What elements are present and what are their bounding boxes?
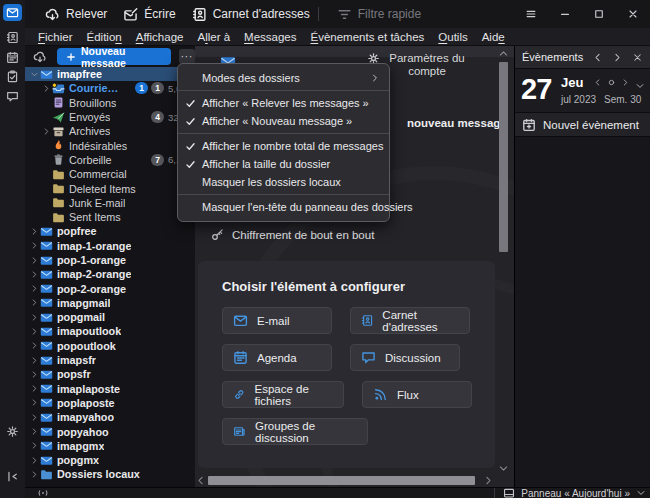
menu-fichier[interactable]: Fichier xyxy=(31,30,80,44)
configure-flux-button[interactable]: Flux xyxy=(362,381,472,408)
folder-row-imapyahoo[interactable]: imapyahoo xyxy=(25,410,195,424)
check-icon xyxy=(185,141,196,152)
chevron-right-icon xyxy=(30,456,39,465)
folder-row-imapgmail[interactable]: imapgmail xyxy=(25,296,195,310)
events-next-button[interactable] xyxy=(612,52,623,63)
chevron-right-icon xyxy=(621,78,630,87)
folder-row-commercial[interactable]: Commercial xyxy=(25,167,195,181)
menu-item-modes-des-dossiers[interactable]: Modes des dossiers xyxy=(178,69,389,87)
end-to-end-encryption-link[interactable]: Chiffrement de bout en bout xyxy=(211,228,374,241)
folder-row-corbeille[interactable]: Corbeille76,1 xyxy=(25,153,195,167)
minimonth-expand-button[interactable] xyxy=(635,81,645,91)
chevron-right-icon xyxy=(30,270,39,279)
folder-row-popyahoo[interactable]: popyahoo xyxy=(25,424,195,438)
folder-row-imapfree[interactable]: imapfree xyxy=(25,67,195,81)
space-address-book-button[interactable] xyxy=(3,29,22,46)
menu-affichage[interactable]: Affichage xyxy=(129,30,191,44)
gear-icon xyxy=(6,425,19,438)
events-prev-button[interactable] xyxy=(592,52,603,63)
space-calendar-button[interactable] xyxy=(3,49,22,66)
folder-name: Dossiers locaux xyxy=(57,468,140,480)
menu-item-afficher-nouveau-message-[interactable]: Afficher « Nouveau message » xyxy=(178,112,389,130)
configure-carnet-d-adresses-button[interactable]: Carnet d'adresses xyxy=(350,307,470,334)
folder-row-imapsfr[interactable]: imapsfr xyxy=(25,353,195,367)
new-message-link-fragment[interactable]: nouveau message xyxy=(407,117,507,129)
folder-row-imapgmx[interactable]: imapgmx xyxy=(25,439,195,453)
folder-row-popfree[interactable]: popfree xyxy=(25,224,195,238)
minimize-button[interactable] xyxy=(548,1,582,27)
menu-messages[interactable]: Messages xyxy=(237,30,303,44)
folder-row-envoy-s[interactable]: Envoyés432,5 xyxy=(25,110,195,124)
account-mail-icon xyxy=(40,454,53,467)
menu--v-nements-et-t-ches[interactable]: Évènements et tâches xyxy=(304,30,432,44)
folder-row-archives[interactable]: Archives xyxy=(25,124,195,138)
folder-row-imap-2-orange[interactable]: imap-2-orange xyxy=(25,267,195,281)
configure-e-mail-button[interactable]: E-mail xyxy=(222,307,332,334)
folder-row-popgmx[interactable]: popgmx xyxy=(25,453,195,467)
network-status-icon xyxy=(37,487,49,498)
menu-item-afficher-le-nombre-total-de-messages[interactable]: Afficher le nombre total de messages xyxy=(178,137,389,155)
configure-groupes-de-discussion-button[interactable]: Groupes de discussion xyxy=(222,418,368,445)
app-menu-icon xyxy=(525,8,537,20)
write-icon xyxy=(123,7,138,22)
new-event-button[interactable]: Nouvel évènement xyxy=(515,113,650,137)
folder-pane-options-button[interactable]: ··· xyxy=(179,49,195,64)
prev-day-button[interactable] xyxy=(593,78,602,87)
folder-row-popgmail[interactable]: popgmail xyxy=(25,310,195,324)
menu-item-afficher-la-taille-du-dossier[interactable]: Afficher la taille du dossier xyxy=(178,155,389,173)
unread-count-badge: 1 xyxy=(135,82,148,94)
rss-icon xyxy=(373,387,388,402)
app-menu-button[interactable] xyxy=(514,1,548,27)
menu-item-afficher-relever-les-messages-[interactable]: Afficher « Relever les messages » xyxy=(178,94,389,112)
next-day-button[interactable] xyxy=(621,78,630,87)
folder-row-imapoutlook[interactable]: imapoutlook xyxy=(25,324,195,338)
folder-row-imaplaposte[interactable]: imaplaposte xyxy=(25,382,195,396)
close-icon xyxy=(627,8,639,20)
calendar-plus-icon xyxy=(522,118,536,132)
events-close-button[interactable] xyxy=(632,52,643,63)
menu-item-masquer-les-dossiers-locaux[interactable]: Masquer les dossiers locaux xyxy=(178,173,389,191)
folder-row-junk-e-mail[interactable]: Junk E-mail xyxy=(25,196,195,210)
vertical-scrollbar[interactable] xyxy=(497,48,510,474)
folder-row-pop-1-orange[interactable]: pop-1-orange xyxy=(25,253,195,267)
folder-row-popoutlook[interactable]: popoutlook xyxy=(25,339,195,353)
folder-row-pop-2-orange[interactable]: pop-2-orange xyxy=(25,281,195,295)
menu--dition[interactable]: Édition xyxy=(80,30,129,44)
get-messages-button[interactable]: Relever xyxy=(37,3,115,26)
today-pane-toggle[interactable]: Panneau « Aujourd'hui » xyxy=(494,488,650,498)
horizontal-scrollbar[interactable] xyxy=(195,474,496,487)
scrollbar-thumb[interactable] xyxy=(499,62,508,252)
folder-row-dossiers-locaux[interactable]: Dossiers locaux xyxy=(25,467,195,481)
folder-row-deleted-items[interactable]: Deleted Items xyxy=(25,181,195,195)
write-button[interactable]: Écrire xyxy=(115,3,183,26)
menu-aide[interactable]: Aide xyxy=(475,30,512,44)
spaces-collapse-button[interactable] xyxy=(3,468,22,485)
close-button[interactable] xyxy=(616,1,650,27)
space-mail-button[interactable] xyxy=(3,4,22,21)
account-mail-icon xyxy=(40,382,53,395)
space-tasks-button[interactable] xyxy=(3,68,22,85)
configure-espace-de-fichiers-button[interactable]: Espace de fichiers xyxy=(222,381,344,408)
spaces-settings-button[interactable] xyxy=(3,423,22,440)
menu-item-masquer-l-en-t-te-du-panneau-des-dossier[interactable]: Masquer l'en-tête du panneau des dossier… xyxy=(178,198,389,216)
get-messages-button[interactable] xyxy=(33,50,47,64)
chevron-right-icon xyxy=(370,73,380,83)
today-button[interactable] xyxy=(607,78,616,87)
folder-row-brouillons[interactable]: Brouillons xyxy=(25,96,195,110)
menu-aller-[interactable]: Aller à xyxy=(190,30,237,44)
menu-outils[interactable]: Outils xyxy=(431,30,474,44)
configure-agenda-button[interactable]: Agenda xyxy=(222,344,332,371)
address-book-button[interactable]: Carnet d'adresses xyxy=(184,3,318,26)
folder-row-imap-1-orange[interactable]: imap-1-orange xyxy=(25,239,195,253)
folder-row-poplaposte[interactable]: poplaposte xyxy=(25,396,195,410)
space-chat-button[interactable] xyxy=(3,88,22,105)
folder-row-sent-items[interactable]: Sent Items xyxy=(25,210,195,224)
folder-name: Deleted Items xyxy=(69,183,136,195)
maximize-button[interactable] xyxy=(582,1,616,27)
folder-row-popsfr[interactable]: popsfr xyxy=(25,367,195,381)
new-message-button[interactable]: Nouveau message xyxy=(57,48,171,65)
folder-row-courrie-[interactable]: Courrie…115,6 xyxy=(25,81,195,95)
scrollbar-thumb[interactable] xyxy=(208,476,475,485)
folder-row-ind-sirables[interactable]: Indésirables xyxy=(25,138,195,152)
configure-discussion-button[interactable]: Discussion xyxy=(350,344,460,371)
